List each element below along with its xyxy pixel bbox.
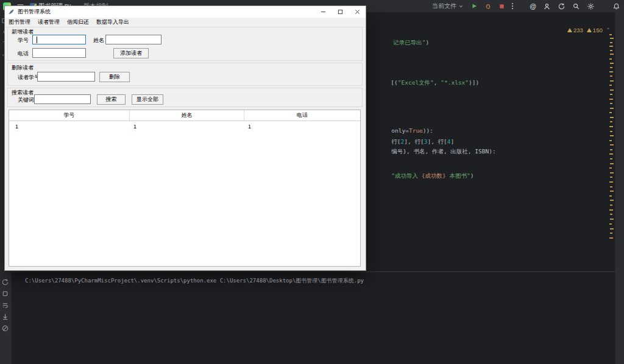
error-stripe[interactable] bbox=[609, 29, 615, 261]
feather-icon bbox=[8, 9, 15, 15]
run-configuration-label: 当前文件 bbox=[432, 2, 456, 10]
code-fragment: 编号}, 书名, 作者, 出版社, ISBN): bbox=[370, 139, 496, 163]
delete-button[interactable]: 删除 bbox=[99, 72, 130, 82]
header-phone[interactable]: 电话 bbox=[244, 110, 360, 121]
run-console[interactable]: C:\Users\27488\PyCharmMiscProject\.venv\… bbox=[12, 271, 615, 364]
delete-reader-section: 删除读者 读者学号 删除 bbox=[7, 63, 363, 86]
menu-import-export[interactable]: 数据导入导出 bbox=[93, 18, 133, 27]
header-student-id[interactable]: 学号 bbox=[9, 110, 130, 121]
cell-phone: 1 bbox=[244, 121, 360, 131]
warning-count-2: 150 bbox=[587, 27, 603, 33]
sync-icon[interactable] bbox=[558, 2, 566, 10]
run-icon[interactable] bbox=[470, 2, 478, 10]
chevron-down-icon bbox=[458, 4, 464, 9]
more-actions-icon[interactable] bbox=[512, 3, 513, 9]
readers-table: 学号 姓名 电话 1 1 1 bbox=[9, 110, 361, 267]
code-fragment: "成功导入 {成功数} 本图书") bbox=[370, 164, 473, 187]
run-configuration-widget[interactable]: 当前文件 bbox=[432, 2, 464, 10]
softwrap-icon[interactable] bbox=[1, 301, 9, 309]
pycharm-screen: 图书管理.py 版本控制 当前文件 bbox=[0, 0, 624, 364]
menu-borrow-return[interactable]: 借阅归还 bbox=[63, 18, 93, 27]
minimize-button[interactable] bbox=[314, 6, 332, 18]
menu-book-management[interactable]: 图书管理 bbox=[5, 18, 34, 27]
maximize-button[interactable] bbox=[332, 6, 349, 18]
stop-run-icon[interactable] bbox=[1, 290, 9, 298]
keyword-input[interactable] bbox=[34, 94, 91, 104]
add-reader-section-title: 新增读者 bbox=[12, 28, 34, 36]
student-id-label: 学号 bbox=[18, 37, 29, 44]
profile-icon[interactable] bbox=[543, 2, 551, 10]
debug-icon[interactable] bbox=[484, 2, 492, 10]
at-icon[interactable]: @ bbox=[530, 2, 536, 10]
name-input[interactable] bbox=[105, 35, 161, 44]
cell-student-id: 1 bbox=[9, 121, 130, 131]
search-reader-section: 搜索读者 关键词 搜索 显示全部 bbox=[7, 88, 363, 107]
app-window: 图书管理系统 图书管理 读者管理 借阅归还 数据导入导出 新增读者 学号 bbox=[5, 6, 366, 270]
search-button[interactable]: 搜索 bbox=[97, 94, 126, 105]
scroll-to-end-icon[interactable] bbox=[1, 313, 9, 321]
table-row[interactable]: 1 1 1 bbox=[9, 121, 360, 131]
rerun-icon[interactable] bbox=[1, 278, 9, 286]
add-reader-button[interactable]: 添加读者 bbox=[113, 48, 149, 58]
search-icon[interactable] bbox=[572, 2, 580, 10]
code-fragment: [("Excel文件", "*.xlsx")]) bbox=[370, 71, 479, 94]
settings-icon[interactable] bbox=[587, 2, 595, 10]
code-fragment: 记录已导出") bbox=[372, 30, 429, 54]
add-reader-section: 新增读者 学号 姓名 电话 添加读者 bbox=[7, 27, 363, 61]
notifications-icon[interactable] bbox=[612, 2, 620, 10]
delete-id-input[interactable] bbox=[37, 72, 95, 82]
table-header-row: 学号 姓名 电话 bbox=[9, 110, 360, 121]
header-name[interactable]: 姓名 bbox=[130, 110, 244, 121]
delete-id-label: 读者学号 bbox=[18, 74, 40, 82]
app-menubar: 图书管理 读者管理 借阅归还 数据导入导出 bbox=[5, 18, 366, 27]
right-tool-strip bbox=[615, 12, 624, 364]
clear-output-icon[interactable] bbox=[1, 324, 9, 332]
student-id-input[interactable] bbox=[32, 35, 86, 44]
close-button[interactable] bbox=[349, 6, 366, 18]
phone-label: 电话 bbox=[18, 50, 29, 58]
phone-input[interactable] bbox=[32, 48, 86, 58]
menu-reader-management[interactable]: 读者管理 bbox=[34, 18, 63, 27]
show-all-button[interactable]: 显示全部 bbox=[132, 94, 163, 105]
cell-name: 1 bbox=[130, 121, 244, 131]
warning-icon bbox=[587, 28, 592, 32]
window-title: 图书管理系统 bbox=[18, 8, 51, 16]
delete-reader-section-title: 删除读者 bbox=[12, 64, 34, 72]
console-command-line: C:\Users\27488\PyCharmMiscProject\.venv\… bbox=[25, 277, 364, 285]
stop-icon[interactable] bbox=[498, 3, 505, 10]
text-caret bbox=[37, 37, 37, 43]
name-label: 姓名 bbox=[93, 37, 104, 44]
warning-count-1: 233 bbox=[567, 27, 583, 33]
keyword-label: 关键词 bbox=[18, 96, 34, 104]
window-titlebar[interactable]: 图书管理系统 bbox=[5, 6, 366, 18]
warning-icon bbox=[567, 28, 572, 32]
